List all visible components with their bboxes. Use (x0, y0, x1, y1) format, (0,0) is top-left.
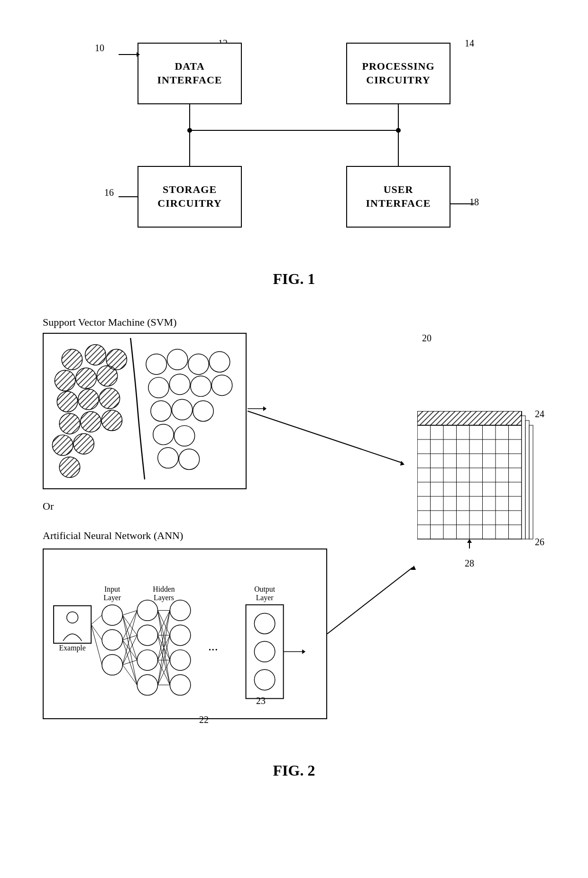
fig2-inner: Support Vector Machine (SVM) 20 (43, 316, 545, 752)
data-interface-box: DATAINTERFACE (138, 43, 242, 104)
fig1-container: 10 12 14 16 18 DATAINTERFACE PROCESSINGC… (38, 28, 550, 288)
ref-16: 16 (104, 187, 114, 198)
fig1-label: FIG. 1 (38, 270, 550, 288)
svg-line-121 (327, 567, 413, 634)
ref-14: 14 (465, 38, 474, 49)
fig2-container: Support Vector Machine (SVM) 20 (38, 316, 550, 779)
svg-point-5 (396, 128, 401, 133)
user-interface-label: USERINTERFACE (366, 183, 431, 210)
fig1-diagram: 10 12 14 16 18 DATAINTERFACE PROCESSINGC… (81, 28, 507, 265)
fig2-label: FIG. 2 (38, 762, 550, 779)
processing-circuitry-box: PROCESSINGCIRCUITRY (346, 43, 450, 104)
page: 10 12 14 16 18 DATAINTERFACE PROCESSINGC… (0, 0, 588, 878)
ref-10: 10 (95, 43, 104, 54)
user-interface-box: USERINTERFACE (346, 166, 450, 228)
ref-18: 18 (469, 197, 479, 208)
fig2-arrows-svg (43, 316, 545, 752)
processing-label: PROCESSINGCIRCUITRY (362, 60, 434, 87)
data-interface-label: DATAINTERFACE (157, 60, 222, 87)
svg-line-120 (248, 411, 403, 463)
storage-circuitry-box: STORAGECIRCUITRY (138, 166, 242, 228)
storage-label: STORAGECIRCUITRY (157, 183, 221, 210)
svg-point-2 (187, 128, 192, 133)
